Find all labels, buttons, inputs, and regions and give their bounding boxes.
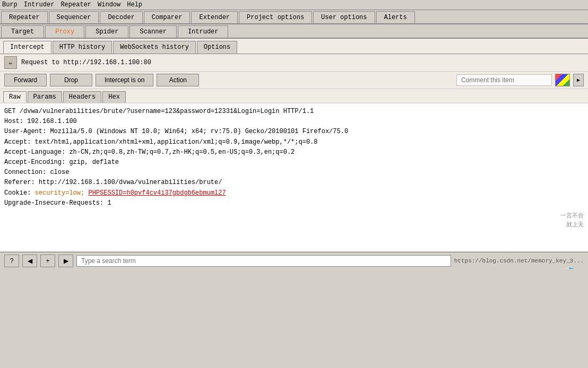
- menu-burp[interactable]: Burp: [2, 1, 18, 8]
- forward-nav-button[interactable]: +: [40, 255, 55, 267]
- mid-tab-row: Target Proxy Spider Scanner Intruder: [0, 24, 588, 39]
- tab-headers[interactable]: Headers: [63, 91, 101, 103]
- tab-alerts[interactable]: Alerts: [376, 11, 415, 23]
- top-tab-row: Repeater Sequencer Decoder Comparer Exte…: [0, 10, 588, 24]
- tab-project-options[interactable]: Project options: [239, 11, 312, 23]
- intercept-button[interactable]: Intercept is on: [96, 74, 153, 86]
- tab-intercept[interactable]: Intercept: [3, 41, 51, 54]
- req-line-9: Cookie: security=low; PHPSESSID=h0pvf4cv…: [4, 188, 584, 198]
- request-label: Request to http://192.168.1.100:80: [21, 59, 584, 66]
- tab-http-history[interactable]: HTTP history: [53, 41, 112, 54]
- request-content: GET /dvwa/vulnerabilities/brute/?usernam…: [0, 103, 588, 252]
- url-bar: https://blog.csdn.net/memory_key_3...: [454, 258, 584, 264]
- edit-icon[interactable]: ✏: [4, 56, 17, 69]
- content-tab-row: Raw Params Headers Hex: [0, 89, 588, 103]
- menu-window[interactable]: Window: [98, 1, 120, 8]
- memory-circle: 276MB: [554, 268, 584, 269]
- action-bar: Forward Drop Intercept is on Action ▶: [0, 72, 588, 89]
- back-button[interactable]: ◀: [22, 255, 37, 267]
- color-picker[interactable]: [555, 74, 570, 86]
- tab-proxy[interactable]: Proxy: [45, 25, 84, 38]
- req-line-8: Referer: http://192.168.1.100/dvwa/vulne…: [4, 178, 584, 188]
- req-line-4: Accept: text/html,application/xhtml+xml,…: [4, 137, 584, 147]
- main-area: Intercept HTTP history WebSockets histor…: [0, 39, 588, 269]
- req-line-6: Accept-Encoding: gzip, deflate: [4, 157, 584, 168]
- tab-user-options[interactable]: User options: [313, 11, 375, 23]
- tab-spider[interactable]: Spider: [85, 25, 128, 38]
- tab-repeater[interactable]: Repeater: [1, 11, 48, 23]
- req-line-1: GET /dvwa/vulnerabilities/brute/?usernam…: [4, 107, 584, 117]
- tab-sequencer[interactable]: Sequencer: [49, 11, 99, 23]
- menu-help[interactable]: Help: [127, 1, 142, 8]
- tab-target[interactable]: Target: [1, 25, 44, 38]
- tab-decoder[interactable]: Decoder: [100, 11, 142, 23]
- status-bar: ? ◀ + ▶ https://blog.csdn.net/memory_key…: [0, 252, 588, 269]
- menu-repeater[interactable]: Repeater: [60, 1, 91, 8]
- req-line-2: Host: 192.168.1.100: [4, 117, 584, 127]
- network-monitor: ↑ 0 K/s ↓ 0 K/s 276MB: [526, 268, 584, 269]
- req-line-5: Accept-Language: zh-CN,zh;q=0.8,zh-TW;q=…: [4, 147, 584, 157]
- tab-scanner[interactable]: Scanner: [129, 25, 176, 38]
- forward-button[interactable]: Forward: [4, 74, 47, 86]
- next-button[interactable]: ▶: [58, 255, 73, 267]
- watermark: 一言不合 就上天: [560, 212, 584, 230]
- tab-comparer[interactable]: Comparer: [144, 11, 191, 23]
- help-button[interactable]: ?: [4, 255, 19, 267]
- req-line-3: User-Agent: Mozilla/5.0 (Windows NT 10.0…: [4, 127, 584, 137]
- menu-intruder[interactable]: Intruder: [24, 1, 55, 8]
- sub-tab-row: Intercept HTTP history WebSockets histor…: [0, 39, 588, 54]
- comment-input[interactable]: [456, 74, 552, 86]
- tab-websockets-history[interactable]: WebSockets history: [113, 41, 196, 54]
- tab-hex[interactable]: Hex: [102, 91, 126, 103]
- tab-raw[interactable]: Raw: [3, 91, 27, 103]
- drop-button[interactable]: Drop: [50, 74, 92, 86]
- req-line-10: Upgrade-Insecure-Requests: 1: [4, 198, 584, 208]
- search-input[interactable]: [76, 255, 451, 267]
- toolbar: ✏ Request to http://192.168.1.100:80: [0, 54, 588, 72]
- action-button[interactable]: Action: [157, 74, 199, 86]
- req-line-7: Connection: close: [4, 168, 584, 178]
- tab-params[interactable]: Params: [28, 91, 62, 103]
- tab-extender[interactable]: Extender: [191, 11, 238, 23]
- expand-button[interactable]: ▶: [573, 74, 584, 86]
- menu-bar: Burp Intruder Repeater Window Help: [0, 0, 588, 10]
- tab-options[interactable]: Options: [197, 41, 237, 54]
- tab-intruder[interactable]: Intruder: [178, 25, 229, 38]
